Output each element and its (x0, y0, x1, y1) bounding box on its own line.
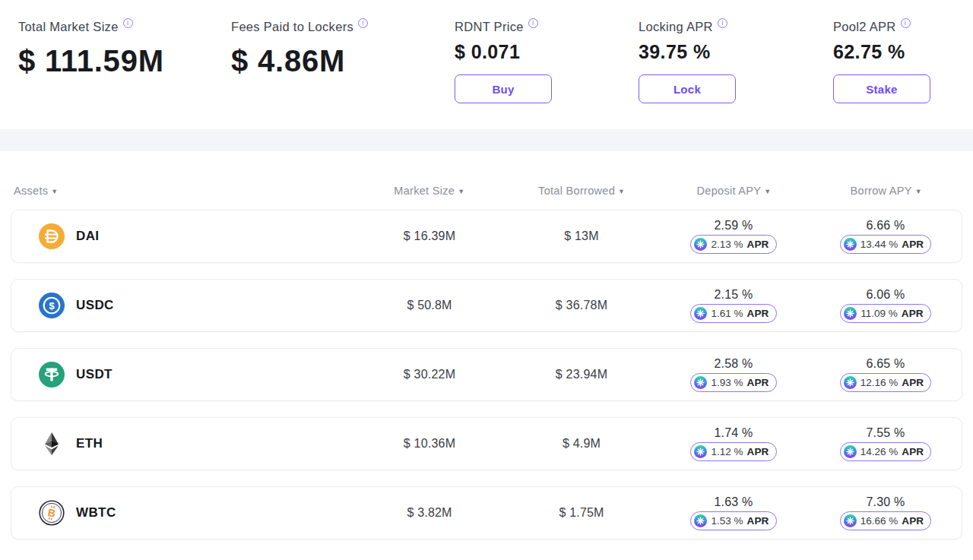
column-header-market-size[interactable]: Market Size▼ (353, 185, 506, 197)
stat-label-row: RDNT Price i (455, 20, 552, 34)
stat-label-row: Fees Paid to Lockers i (231, 20, 368, 34)
column-header-assets[interactable]: Assets▼ (11, 185, 353, 197)
stat-value: $ 111.59M (18, 44, 164, 78)
deposit-apy-cell: 2.59 % 2.13 % APR (658, 219, 810, 254)
column-header-label: Deposit APY (697, 185, 762, 197)
deposit-apr-badge: 1.93 % APR (690, 373, 776, 392)
borrow-apr-badge: 12.16 % APR (840, 373, 932, 392)
asset-name: DAI (76, 229, 99, 244)
borrow-apy-cell: 7.30 % 16.66 % APR (810, 495, 962, 530)
apr-suffix: APR (746, 377, 769, 388)
borrow-apy-cell: 6.65 % 12.16 % APR (810, 357, 962, 392)
sort-down-icon: ▼ (458, 188, 464, 195)
sort-down-icon: ▼ (764, 188, 771, 195)
deposit-apy-cell: 2.58 % 1.93 % APR (658, 357, 810, 392)
total-borrowed-cell: $ 36.78M (506, 299, 658, 312)
apr-suffix: APR (902, 515, 924, 527)
usdc-icon: $ (39, 293, 65, 318)
stat-value: 39.75 % (639, 41, 736, 63)
apr-suffix: APR (902, 377, 924, 388)
apr-value: 1.12 % (711, 446, 743, 457)
market-size-cell: $ 16.39M (353, 229, 506, 243)
table-row-eth[interactable]: ETH $ 10.36M $ 4.9M 1.74 % 1.12 % APR 7.… (11, 417, 962, 470)
stat-rdnt-price: RDNT Price i $ 0.071 Buy (455, 20, 552, 103)
asset-name: ETH (76, 436, 103, 451)
borrow-apr-badge: 13.44 % APR (840, 235, 932, 254)
apy-value: 6.06 % (866, 288, 905, 302)
asset-cell: $ USDC (11, 293, 353, 318)
info-icon[interactable]: i (123, 18, 133, 28)
apr-value: 1.61 % (711, 308, 743, 319)
borrow-apr-badge: 11.09 % APR (840, 304, 931, 323)
stat-value: 62.75 % (833, 41, 930, 63)
table-header-row: Assets▼ Market Size▼ Total Borrowed▼ Dep… (11, 185, 962, 197)
deposit-apy-cell: 2.15 % 1.61 % APR (658, 288, 810, 323)
apr-value: 1.53 % (711, 515, 743, 527)
deposit-apy-cell: 1.63 % 1.53 % APR (658, 495, 810, 530)
lock-button[interactable]: Lock (639, 74, 736, 103)
apr-suffix: APR (902, 308, 924, 319)
table-row-usdc[interactable]: $ USDC $ 50.8M $ 36.78M 2.15 % 1.61 % AP… (11, 279, 962, 332)
apr-value: 16.66 % (860, 515, 899, 527)
table-row-wbtc[interactable]: B WBTC $ 3.82M $ 1.75M 1.63 % 1.53 % AP (11, 486, 962, 539)
apy-value: 7.30 % (866, 495, 905, 509)
apy-value: 2.15 % (714, 288, 753, 302)
borrow-apr-badge: 16.66 % APR (840, 511, 932, 530)
rdnt-star-icon (694, 514, 707, 527)
market-size-cell: $ 10.36M (353, 437, 506, 451)
stats-bar: Total Market Size i $ 111.59M Fees Paid … (0, 0, 973, 129)
table-row-dai[interactable]: DAI $ 16.39M $ 13M 2.59 % 2.13 % APR 6.6… (11, 210, 962, 263)
rdnt-star-icon (844, 307, 857, 320)
apr-value: 14.26 % (860, 446, 899, 457)
asset-cell: ETH (11, 431, 353, 457)
usdt-icon (39, 362, 65, 388)
asset-name: USDT (76, 367, 113, 382)
stake-button[interactable]: Stake (833, 74, 930, 103)
stat-value: $ 0.071 (455, 41, 552, 63)
apy-value: 1.74 % (714, 426, 753, 440)
apy-value: 6.65 % (866, 357, 905, 371)
rdnt-star-icon (844, 376, 857, 389)
apy-value: 2.58 % (714, 357, 753, 371)
column-header-deposit-apy[interactable]: Deposit APY▼ (658, 185, 810, 197)
info-icon[interactable]: i (901, 18, 911, 28)
borrow-apy-cell: 6.06 % 11.09 % APR (810, 288, 962, 323)
column-header-total-borrowed[interactable]: Total Borrowed▼ (506, 185, 658, 197)
borrow-apy-cell: 6.66 % 13.44 % APR (810, 219, 962, 254)
deposit-apr-badge: 2.13 % APR (690, 235, 776, 254)
rdnt-star-icon (694, 238, 707, 251)
table-row-usdt[interactable]: USDT $ 30.22M $ 23.94M 2.58 % 1.93 % APR… (11, 348, 962, 401)
rdnt-star-icon (694, 307, 707, 320)
stat-label: RDNT Price (455, 20, 524, 34)
asset-name: USDC (76, 298, 114, 313)
borrow-apy-cell: 7.55 % 14.26 % APR (810, 426, 962, 461)
asset-cell: DAI (11, 223, 353, 249)
column-header-label: Assets (14, 185, 48, 197)
rdnt-star-icon (844, 445, 857, 458)
info-icon[interactable]: i (528, 18, 538, 28)
info-icon[interactable]: i (358, 18, 368, 28)
borrow-apr-badge: 14.26 % APR (840, 442, 932, 461)
rdnt-star-icon (694, 445, 707, 458)
market-size-cell: $ 30.22M (353, 368, 506, 381)
buy-button[interactable]: Buy (455, 74, 552, 103)
eth-icon (39, 431, 65, 457)
stat-fees-paid-to-lockers: Fees Paid to Lockers i $ 4.86M (231, 20, 368, 78)
apy-value: 7.55 % (866, 426, 905, 440)
stat-pool2-apr: Pool2 APR i 62.75 % Stake (833, 20, 930, 103)
stat-value: $ 4.86M (231, 44, 368, 78)
column-header-borrow-apy[interactable]: Borrow APY▼ (810, 185, 962, 197)
sort-down-icon: ▼ (915, 188, 922, 195)
stat-label: Fees Paid to Lockers (231, 20, 353, 34)
asset-name: WBTC (76, 505, 116, 520)
rdnt-star-icon (844, 238, 857, 251)
market-size-cell: $ 50.8M (353, 299, 506, 312)
stat-label-row: Locking APR i (639, 20, 736, 34)
info-icon[interactable]: i (718, 18, 727, 28)
market-size-cell: $ 3.82M (353, 506, 506, 520)
apr-value: 11.09 % (860, 308, 898, 319)
stat-total-market-size: Total Market Size i $ 111.59M (18, 20, 164, 78)
deposit-apy-cell: 1.74 % 1.12 % APR (658, 426, 810, 461)
apr-value: 2.13 % (711, 239, 743, 250)
stat-label: Locking APR (639, 20, 713, 34)
